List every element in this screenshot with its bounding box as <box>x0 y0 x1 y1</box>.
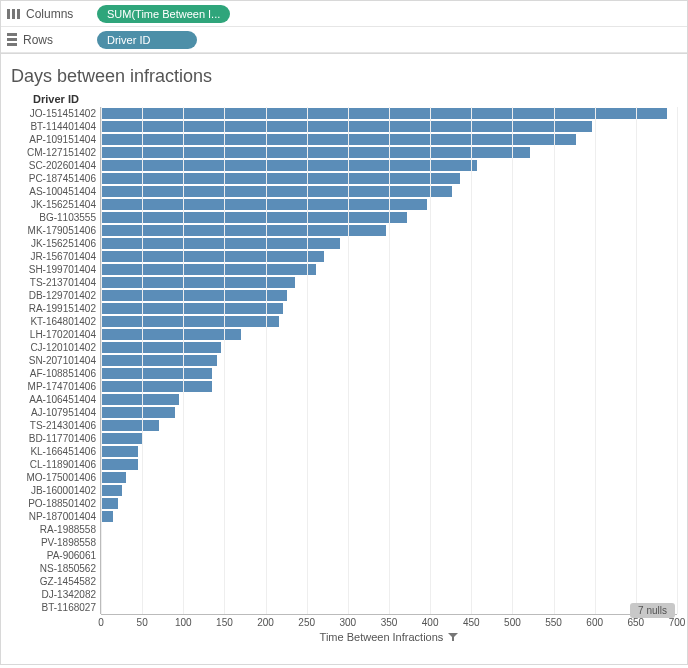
y-axis-label: AF-108851406 <box>11 367 100 380</box>
bar-row[interactable] <box>101 237 677 250</box>
columns-shelf-label: Columns <box>7 7 87 21</box>
bar[interactable] <box>101 459 138 470</box>
bar-row[interactable] <box>101 315 677 328</box>
bar[interactable] <box>101 394 179 405</box>
bar-row[interactable] <box>101 159 677 172</box>
rows-shelf-label: Rows <box>7 33 87 47</box>
bar-row[interactable] <box>101 328 677 341</box>
bar-row[interactable] <box>101 445 677 458</box>
bar-row[interactable] <box>101 198 677 211</box>
bar[interactable] <box>101 147 530 158</box>
bar[interactable] <box>101 316 279 327</box>
bar[interactable] <box>101 251 324 262</box>
rows-label-text: Rows <box>23 33 53 47</box>
columns-pill[interactable]: SUM(Time Between I... <box>97 5 230 23</box>
bar[interactable] <box>101 303 283 314</box>
bar[interactable] <box>101 186 452 197</box>
x-axis: 0501001502002503003504004505005506006507… <box>101 614 677 654</box>
bar[interactable] <box>101 446 138 457</box>
columns-label-text: Columns <box>26 7 73 21</box>
bar-row[interactable] <box>101 523 677 536</box>
y-axis-label: DJ-1342082 <box>11 588 100 601</box>
chart-panel: Days between infractions Driver ID JO-15… <box>0 53 688 665</box>
bar[interactable] <box>101 160 477 171</box>
bar-row[interactable] <box>101 458 677 471</box>
bar-row[interactable] <box>101 120 677 133</box>
bar-row[interactable] <box>101 224 677 237</box>
y-axis-label: BT-114401404 <box>11 120 100 133</box>
x-axis-tick: 150 <box>216 617 233 628</box>
rows-pill[interactable]: Driver ID <box>97 31 197 49</box>
bar[interactable] <box>101 134 576 145</box>
y-axis-label: TS-213701404 <box>11 276 100 289</box>
bar-row[interactable] <box>101 393 677 406</box>
y-axis-label: BD-117701406 <box>11 432 100 445</box>
bar[interactable] <box>101 277 295 288</box>
bar-row[interactable] <box>101 432 677 445</box>
bar-row[interactable] <box>101 250 677 263</box>
x-axis-tick: 250 <box>298 617 315 628</box>
bar-row[interactable] <box>101 289 677 302</box>
bar[interactable] <box>101 173 460 184</box>
bar[interactable] <box>101 212 407 223</box>
bar-row[interactable] <box>101 341 677 354</box>
bar-row[interactable] <box>101 601 677 614</box>
bars-area[interactable] <box>101 107 677 614</box>
bar[interactable] <box>101 381 212 392</box>
bar-row[interactable] <box>101 185 677 198</box>
bar[interactable] <box>101 420 159 431</box>
bar[interactable] <box>101 225 386 236</box>
plot-area: JO-151451402BT-114401404AP-109151404CM-1… <box>11 107 677 614</box>
y-axis-label: CJ-120101402 <box>11 341 100 354</box>
bar-row[interactable] <box>101 406 677 419</box>
bar[interactable] <box>101 108 667 119</box>
bar-row[interactable] <box>101 107 677 120</box>
bar[interactable] <box>101 433 142 444</box>
bar-row[interactable] <box>101 484 677 497</box>
bar[interactable] <box>101 511 113 522</box>
columns-shelf[interactable]: Columns SUM(Time Between I... <box>1 1 687 27</box>
bar-row[interactable] <box>101 536 677 549</box>
bar[interactable] <box>101 368 212 379</box>
bar-row[interactable] <box>101 575 677 588</box>
bar[interactable] <box>101 407 175 418</box>
y-axis-label: MP-174701406 <box>11 380 100 393</box>
bar-row[interactable] <box>101 133 677 146</box>
y-axis-label: MO-175001406 <box>11 471 100 484</box>
bar-row[interactable] <box>101 211 677 224</box>
bar-row[interactable] <box>101 562 677 575</box>
bar[interactable] <box>101 355 217 366</box>
bar-row[interactable] <box>101 263 677 276</box>
bar-row[interactable] <box>101 172 677 185</box>
chart-title: Days between infractions <box>11 66 677 87</box>
bar-row[interactable] <box>101 419 677 432</box>
bar-row[interactable] <box>101 367 677 380</box>
bar[interactable] <box>101 329 241 340</box>
bar[interactable] <box>101 290 287 301</box>
bar[interactable] <box>101 121 592 132</box>
bar-row[interactable] <box>101 380 677 393</box>
bar[interactable] <box>101 238 340 249</box>
bar-row[interactable] <box>101 302 677 315</box>
columns-pill-label: SUM(Time Between I... <box>107 8 220 20</box>
bar[interactable] <box>101 199 427 210</box>
x-axis-tick: 200 <box>257 617 274 628</box>
nulls-badge[interactable]: 7 nulls <box>630 603 675 618</box>
bar[interactable] <box>101 485 122 496</box>
bar-row[interactable] <box>101 549 677 562</box>
bar-row[interactable] <box>101 146 677 159</box>
y-axis-label: RA-1988558 <box>11 523 100 536</box>
bar-row[interactable] <box>101 276 677 289</box>
x-axis-tick: 50 <box>137 617 148 628</box>
bar-row[interactable] <box>101 354 677 367</box>
bar-row[interactable] <box>101 588 677 601</box>
y-axis-label: JR-156701404 <box>11 250 100 263</box>
bar[interactable] <box>101 472 126 483</box>
rows-shelf[interactable]: Rows Driver ID <box>1 27 687 53</box>
bar[interactable] <box>101 498 118 509</box>
bar-row[interactable] <box>101 510 677 523</box>
bar-row[interactable] <box>101 471 677 484</box>
bar-row[interactable] <box>101 497 677 510</box>
bar[interactable] <box>101 264 316 275</box>
bar[interactable] <box>101 342 221 353</box>
